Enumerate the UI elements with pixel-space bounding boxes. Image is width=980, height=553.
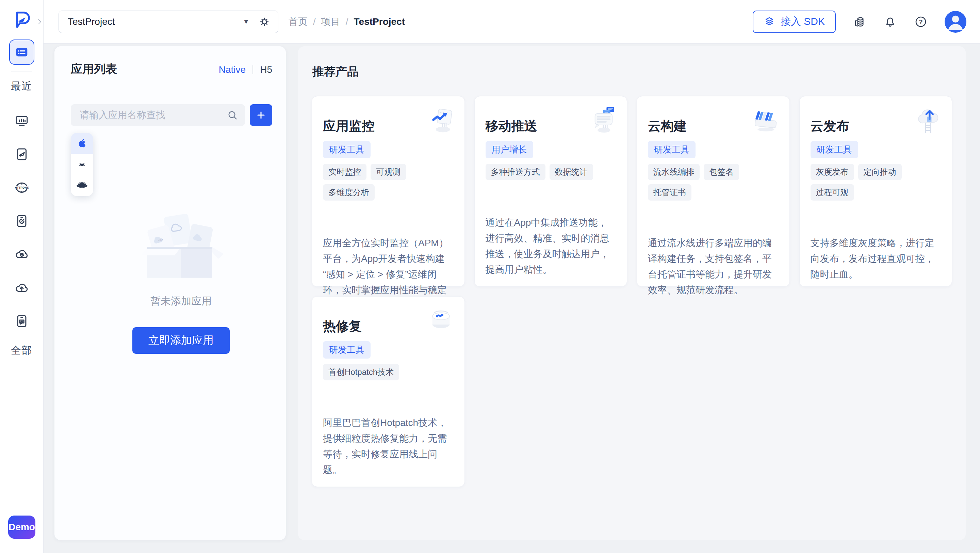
sidebar-item-remote-log[interactable] [14,313,30,329]
demo-badge[interactable]: Demo [8,516,35,539]
product-card-hotfix[interactable]: 热修复 研发工具 首创Hotpatch技术 阿里巴巴首创Hotpatch技术，提… [312,296,465,487]
product-description: 阿里巴巴首创Hotpatch技术，提供细粒度热修复能力，无需等待，实时修复应用线… [323,415,453,478]
product-card-cloud-build[interactable]: 云构建 研发工具 流水线编排 包签名 托管证书 通过流水线进行多端应用的编译构建… [637,96,790,287]
product-feature-tags: 流水线编排 包签名 托管证书 [648,164,778,201]
breadcrumb-home[interactable]: 首页 [288,15,308,28]
feature-tag: 定向推动 [858,164,902,180]
device-chat-icon [14,313,30,329]
product-feature-tags: 多种推送方式 数据统计 [485,164,616,180]
add-app-plus-button[interactable] [250,104,272,126]
product-category-tag: 研发工具 [323,141,371,158]
sidebar-all-label[interactable]: 全部 [11,344,33,357]
help-icon[interactable]: ? [914,15,928,29]
empty-state: </> 暂未添加应用 立即添加应用 [90,212,272,354]
breadcrumb-separator: / [313,16,316,27]
cloud-upload-icon [14,280,30,296]
product-card-cloud-release[interactable]: 云发布 研发工具 灰度发布 定向推动 过程可观 支持多维度灰度策略，进行定向发布… [799,96,953,287]
sidebar-collapse-icon[interactable] [36,14,43,29]
products-grid: 应用监控 研发工具 实时监控 可观测 多维度分析 应用全方位实时监控（APM）平… [312,96,952,487]
feature-tag: 多维度分析 [323,184,375,201]
app-list-panel: 应用列表 Native H5 [54,46,286,540]
sidebar-item-cloud-release[interactable] [14,280,30,296]
app-monitoring-3d-icon [426,105,456,135]
sidebar: 最近 HTTPDNS [0,0,43,553]
empty-state-text: 暂未添加应用 [150,294,212,308]
paper-plane-icon [14,147,30,162]
add-app-now-button[interactable]: 立即添加应用 [132,327,230,354]
product-card-mobile-push[interactable]: 移动推送 用户增长 多种推送方式 数据统计 通过在App中集成推送功能，进行高效… [474,96,627,287]
feature-tag: 托管证书 [648,184,692,201]
app-list-icon [14,44,30,60]
topbar-actions: 接入 SDK ? [753,11,966,33]
sidebar-item-app-list[interactable] [9,40,34,65]
recommended-products-panel: 推荐产品 应用监控 研发工具 实时监控 可观测 多维度分析 [298,46,966,540]
breadcrumb: 首页 / 项目 / TestProject [288,15,405,28]
feature-tag: 过程可观 [811,184,854,201]
sidebar-item-cloud-build[interactable] [14,247,30,262]
breadcrumb-projects[interactable]: 项目 [321,15,340,28]
product-category-tag: 用户增长 [485,141,533,158]
product-description: 支持多维度灰度策略，进行定向发布，发布过程直观可控，随时止血。 [811,235,941,282]
sidebar-item-mobile-push[interactable] [14,147,30,162]
chevron-down-icon: ▼ [243,18,250,25]
apple-icon [76,137,88,150]
project-selector[interactable]: TestProject ▼ [59,11,278,33]
feature-tag: 包签名 [704,164,739,180]
sidebar-item-httpdns[interactable]: HTTPDNS [14,180,30,196]
feature-tag: 首创Hotpatch技术 [323,364,399,380]
search-icon [227,109,238,121]
sdk-button-label: 接入 SDK [781,14,825,29]
sidebar-recent-label: 最近 [11,79,33,93]
product-description: 通过在App中集成推送功能，进行高效、精准、实时的消息推送，使业务及时触达用户，… [485,215,616,277]
tab-divider [253,65,253,74]
project-selector-value: TestProject [68,16,243,27]
emas-logo-icon [11,10,32,30]
mobile-push-3d-icon [588,105,619,135]
cloud-layers-icon [14,247,30,262]
cloud-release-3d-icon [913,105,943,135]
breadcrumb-current: TestProject [354,16,405,27]
app-search-input[interactable] [71,104,245,126]
platform-huawei[interactable] [71,175,93,196]
feature-tag: 灰度发布 [811,164,854,180]
notification-bell-icon[interactable] [883,15,897,29]
cloud-build-3d-icon [751,105,781,135]
platform-ios[interactable] [71,133,93,154]
sidebar-divider [11,72,32,72]
topbar: TestProject ▼ 首页 / 项目 / TestProject 接入 S… [43,0,980,44]
project-settings-gear-icon[interactable] [258,16,270,28]
product-card-app-monitoring[interactable]: 应用监控 研发工具 实时监控 可观测 多维度分析 应用全方位实时监控（APM）平… [312,96,465,287]
product-feature-tags: 灰度发布 定向推动 过程可观 [811,164,941,201]
app-search [71,104,245,126]
sidebar-item-app-monitoring[interactable] [14,113,30,129]
billing-coins-icon[interactable] [853,15,866,29]
app-type-tabs: Native H5 [219,64,272,75]
tab-native[interactable]: Native [219,64,246,75]
app-list-title: 应用列表 [71,61,117,77]
platform-filter [71,133,93,196]
user-avatar[interactable] [945,11,966,33]
feature-tag: 数据统计 [550,164,593,180]
platform-android[interactable] [71,154,93,175]
sidebar-item-mobile-testing[interactable] [14,213,30,229]
device-gauge-icon [14,213,30,229]
plus-icon [255,109,267,121]
feature-tag: 流水线编排 [648,164,700,180]
breadcrumb-separator: / [346,16,348,27]
svg-text:?: ? [919,18,923,25]
empty-box-illustration: </> [135,212,227,279]
sdk-access-button[interactable]: 接入 SDK [753,11,836,33]
layers-icon [764,16,775,27]
product-category-tag: 研发工具 [811,141,858,158]
hotfix-3d-icon [426,305,456,335]
android-icon [76,159,88,170]
monitor-chart-icon [14,113,30,129]
product-feature-tags: 首创Hotpatch技术 [323,364,453,380]
product-category-tag: 研发工具 [323,341,371,359]
sidebar-nav: HTTPDNS [14,113,30,329]
product-category-tag: 研发工具 [648,141,695,158]
product-feature-tags: 实时监控 可观测 多维度分析 [323,164,453,201]
feature-tag: 可观测 [371,164,406,180]
feature-tag: 实时监控 [323,164,366,180]
tab-h5[interactable]: H5 [260,64,272,75]
